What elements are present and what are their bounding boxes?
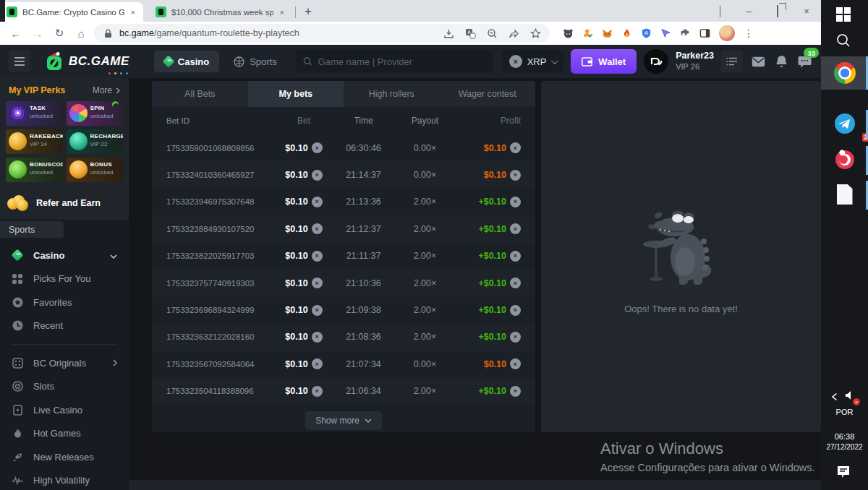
sidebar-item-hot-games[interactable]: Hot Games: [0, 422, 129, 446]
currency-selector[interactable]: × XRP: [502, 50, 564, 73]
perk-bonus[interactable]: BONUSunlocked: [67, 158, 124, 182]
user-meta[interactable]: Parker23 VIP 26: [676, 51, 714, 72]
tab-wager-contest[interactable]: Wager contest: [440, 81, 536, 107]
logo-text: BC.GAME: [69, 54, 129, 69]
table-row[interactable]: 1753323504118388096 $0.10 × 21:06:34 2.0…: [152, 378, 535, 405]
sidebar-item-casino[interactable]: Casino: [0, 244, 129, 267]
bcgame-logo[interactable]: BC.GAME: [45, 51, 129, 72]
sidebar-item-live-casino[interactable]: Live Casino: [0, 398, 129, 422]
language-indicator[interactable]: POR: [821, 408, 868, 416]
minimize-button[interactable]: –: [734, 6, 763, 17]
save-page-icon[interactable]: [443, 28, 454, 39]
action-center-button[interactable]: [821, 465, 866, 478]
taskbar-search-button[interactable]: [821, 33, 866, 48]
perk-rakeback[interactable]: RAKEBACKVIP 14: [6, 129, 63, 154]
taskbar-red-app-button[interactable]: [821, 145, 868, 175]
metamask-fox-icon[interactable]: [602, 28, 613, 39]
sidebar-item-favorites[interactable]: Favorites: [0, 291, 129, 314]
translate-icon[interactable]: A: [465, 28, 476, 39]
tab-close-icon[interactable]: ×: [129, 8, 137, 17]
tab-all-bets[interactable]: All Bets: [152, 81, 248, 107]
bookmark-star-icon[interactable]: [530, 28, 541, 39]
reload-button[interactable]: ↻: [51, 27, 68, 40]
sidebar-item-new-releases[interactable]: New Releases: [0, 445, 129, 469]
show-hidden-icons-chevron[interactable]: [831, 392, 838, 401]
address-bar[interactable]: bc.game/game/quantum-roulette-by-playtec…: [94, 24, 550, 43]
spin-wheel-icon: [69, 104, 88, 122]
hamburger-menu-button[interactable]: [9, 51, 30, 72]
table-row[interactable]: 1753323822025917703 $0.10 × 21:11:37 2.0…: [152, 243, 535, 270]
sidebar-item-picks-for-you[interactable]: Picks For You: [0, 267, 129, 291]
game-search[interactable]: [296, 50, 493, 73]
table-row[interactable]: 1753323757740919303 $0.10 × 21:10:36 2.0…: [152, 270, 535, 296]
extensions-puzzle-icon[interactable]: [680, 28, 691, 39]
table-row[interactable]: 1753323632122028160 $0.10 × 21:08:36 2.0…: [152, 324, 535, 351]
browser-profile-avatar[interactable]: [719, 25, 735, 41]
flame-extension-icon[interactable]: [621, 28, 632, 39]
bet-profit: $0.10: [484, 143, 506, 153]
browser-tab-promo[interactable]: $10,000 Christmas week special ×: [149, 2, 292, 22]
perk-task[interactable]: TASKunlocked: [6, 101, 63, 126]
vip-perks-more-link[interactable]: More: [93, 85, 120, 95]
browser-menu-icon[interactable]: ⋮: [744, 27, 754, 39]
perk-recharge[interactable]: RECHARGEVIP 22: [67, 129, 124, 154]
sports-section-label[interactable]: Sports: [0, 221, 64, 238]
piggy-bank-icon: [9, 132, 27, 150]
table-row[interactable]: 1753323946975307648 $0.10 × 21:13:36 2.0…: [152, 189, 535, 215]
vip-perks-title: My VIP Perks: [9, 85, 65, 95]
taskbar-chrome-button[interactable]: [821, 56, 868, 90]
start-button[interactable]: [821, 7, 866, 22]
sidebar-item-slots[interactable]: 7 Slots: [0, 375, 129, 399]
home-button[interactable]: ⌂: [72, 27, 90, 40]
person-check-extension-icon[interactable]: [582, 28, 593, 39]
table-row[interactable]: 1753323884930107520 $0.10 × 21:12:37 2.0…: [152, 215, 535, 242]
user-avatar[interactable]: [644, 49, 668, 74]
forward-button[interactable]: →: [29, 27, 46, 40]
notifications-bell-button[interactable]: [773, 53, 789, 69]
table-row[interactable]: 1753359001068809856 $0.10 × 06:30:46 0.0…: [152, 134, 535, 161]
sidebar-item-high-volatility[interactable]: High Volatility: [0, 469, 129, 490]
back-button[interactable]: ←: [7, 27, 25, 40]
tab-search-chevron-icon[interactable]: [705, 6, 734, 17]
taskbar-tray: ×: [821, 390, 866, 403]
new-tab-button[interactable]: +: [305, 4, 312, 19]
bet-list-button[interactable]: [721, 51, 743, 72]
search-input[interactable]: [318, 56, 486, 67]
cursor-extension-icon[interactable]: [660, 28, 671, 39]
tab-high-rollers[interactable]: High rollers: [344, 81, 440, 107]
taskbar-telegram-button[interactable]: 23: [821, 108, 868, 139]
table-row[interactable]: 1753323696894324999 $0.10 × 21:09:38 2.0…: [152, 296, 535, 323]
telegram-icon: [834, 113, 856, 134]
sidebar-item-recent[interactable]: Recent: [0, 314, 129, 338]
zoom-out-icon[interactable]: [487, 28, 498, 39]
sidebar-item-bc-originals[interactable]: BC Originals: [0, 351, 129, 375]
inbox-button[interactable]: [750, 53, 766, 69]
dark-extension-icon[interactable]: [563, 28, 574, 39]
taskbar-notepad-button[interactable]: [821, 179, 868, 210]
footer-section-edge: [129, 480, 821, 490]
nav-casino-button[interactable]: Casino: [154, 51, 219, 72]
volume-button[interactable]: ×: [845, 390, 856, 403]
clock-time[interactable]: 06:38: [821, 432, 868, 441]
perk-bonuscode[interactable]: BONUSCODEunlocked: [6, 158, 63, 182]
shield-extension-icon[interactable]: A: [641, 28, 652, 39]
bet-amount: $0.10: [285, 278, 307, 288]
show-more-button[interactable]: Show more: [305, 411, 382, 430]
close-button[interactable]: ×: [792, 6, 821, 17]
clock-date[interactable]: 27/12/2022: [821, 443, 868, 451]
tab-my-bets[interactable]: My bets: [248, 81, 344, 107]
sidebar-menu: Casino Picks For You Favorites Recent: [0, 238, 129, 490]
refer-and-earn-banner[interactable]: Refer and Earn: [0, 189, 129, 220]
share-icon[interactable]: [509, 28, 519, 39]
table-row[interactable]: 1753324010360465927 $0.10 × 21:14:37 0.0…: [152, 161, 535, 188]
table-row[interactable]: 1753323567092584064 $0.10 × 21:07:34 0.0…: [152, 351, 535, 377]
tab-close-icon[interactable]: ×: [278, 8, 286, 17]
nav-sports-button[interactable]: Sports: [224, 51, 287, 72]
chat-button[interactable]: 33: [796, 53, 812, 69]
perk-spin[interactable]: SPINunlocked: [67, 101, 124, 126]
side-panel-icon[interactable]: [699, 28, 710, 39]
browser-tab-bcgame[interactable]: BC.Game: Crypto Casino Games ×: [0, 2, 143, 22]
bet-payout: 0.00×: [394, 143, 456, 153]
restore-button[interactable]: [763, 6, 792, 17]
wallet-button[interactable]: Wallet: [571, 49, 637, 74]
